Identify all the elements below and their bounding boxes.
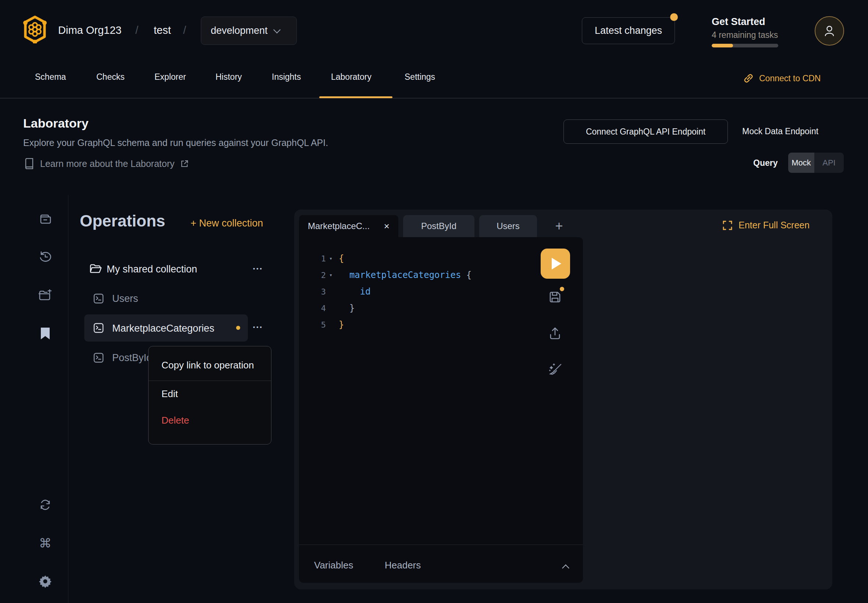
collection-box-icon[interactable]	[38, 212, 52, 226]
code-token: {	[339, 254, 344, 264]
chevron-up-icon	[562, 564, 569, 572]
mock-data-endpoint-link[interactable]: Mock Data Endpoint	[742, 127, 818, 136]
code-line: 5 }	[299, 317, 583, 333]
command-icon[interactable]: ⌘	[38, 536, 52, 550]
connect-endpoint-label: Connect GraphQL API Endpoint	[586, 127, 706, 137]
page-description: Explore your GraphQL schema and run quer…	[23, 138, 328, 148]
get-started-progress-fill	[712, 44, 733, 48]
folder-add-icon[interactable]	[38, 288, 52, 302]
toggle-option-api[interactable]: API	[814, 153, 844, 173]
fold-caret-icon[interactable]: ▾	[329, 250, 333, 267]
headers-tab[interactable]: Headers	[385, 560, 421, 571]
fold-caret-icon[interactable]: ▾	[329, 267, 333, 283]
enter-fullscreen-label: Enter Full Screen	[738, 220, 809, 230]
run-query-button[interactable]	[541, 249, 570, 279]
learn-more-link[interactable]: Learn more about the Laboratory	[24, 158, 189, 169]
operation-item-marketplacecategories[interactable]: MarketplaceCategories	[112, 323, 214, 334]
book-icon	[24, 158, 34, 169]
close-tab-icon[interactable]: ×	[384, 221, 390, 232]
editor-tab-marketplacecategories[interactable]: MarketplaceC... ×	[299, 215, 398, 237]
new-collection-button[interactable]: + New collection	[190, 218, 263, 229]
user-avatar[interactable]	[815, 16, 844, 46]
enter-fullscreen-button[interactable]: Enter Full Screen	[723, 220, 809, 230]
variables-tab[interactable]: Variables	[314, 560, 353, 571]
connect-to-cdn-label: Connect to CDN	[759, 74, 820, 83]
chevron-down-icon	[273, 26, 281, 34]
apollo-graphos-logo-icon[interactable]	[23, 15, 47, 43]
code-token-field: id	[360, 286, 371, 297]
breadcrumb-separator: /	[135, 24, 138, 36]
operation-icon	[93, 323, 104, 333]
editor-tab-users[interactable]: Users	[479, 215, 537, 237]
operation-item-postbyid[interactable]: PostById	[112, 352, 152, 363]
link-icon	[743, 73, 754, 84]
tab-schema[interactable]: Schema	[35, 72, 66, 82]
save-button[interactable]	[548, 290, 562, 305]
breadcrumb-graph[interactable]: test	[154, 24, 171, 36]
code-token: }	[350, 303, 354, 313]
code-line: 4 }	[299, 300, 583, 317]
editor-tab-postbyid[interactable]: PostById	[403, 215, 475, 237]
toggle-option-mock[interactable]: Mock	[788, 153, 814, 173]
menu-item-copy-link[interactable]: Copy link to operation	[161, 360, 254, 371]
settings-gear-icon[interactable]	[38, 574, 52, 588]
collapse-panel-button[interactable]	[563, 563, 568, 571]
operation-item-users[interactable]: Users	[112, 293, 138, 305]
format-clean-button[interactable]	[548, 362, 562, 376]
query-mode-toggle[interactable]: Mock API	[788, 153, 844, 173]
context-menu: Copy link to operation Edit Delete	[148, 346, 271, 445]
query-mode-label: Query	[753, 158, 778, 168]
menu-item-delete[interactable]: Delete	[161, 415, 189, 426]
user-icon	[823, 25, 836, 37]
external-link-icon	[181, 159, 189, 168]
tab-insights[interactable]: Insights	[272, 72, 301, 82]
variant-dropdown[interactable]: development	[201, 17, 297, 45]
variant-dropdown-value: development	[211, 25, 268, 36]
nav-divider	[0, 98, 868, 99]
line-number: 2	[299, 267, 326, 283]
line-number: 3	[299, 283, 326, 300]
fullscreen-icon	[723, 220, 733, 230]
latest-changes-button[interactable]: Latest changes	[582, 17, 675, 44]
tab-checks[interactable]: Checks	[96, 72, 125, 82]
line-number: 5	[299, 317, 326, 333]
share-upload-button[interactable]	[548, 326, 562, 340]
line-number: 1	[299, 250, 326, 267]
connect-to-cdn-link[interactable]: Connect to CDN	[743, 73, 820, 84]
bookmark-icon[interactable]	[38, 326, 52, 340]
connect-endpoint-button[interactable]: Connect GraphQL API Endpoint	[563, 119, 728, 144]
breadcrumb-separator-2: /	[183, 24, 186, 36]
tab-settings[interactable]: Settings	[405, 72, 435, 82]
query-editor[interactable]: 1 ▾ { 2 ▾ marketplaceCategories { 3 id 4…	[299, 237, 583, 583]
collection-menu-button[interactable]: •••	[253, 266, 263, 272]
active-tab-underline	[319, 96, 393, 98]
code-token: {	[461, 270, 472, 280]
operation-icon	[93, 294, 104, 304]
tab-history[interactable]: History	[215, 72, 242, 82]
new-tab-button[interactable]: +	[548, 215, 570, 237]
page-title: Laboratory	[23, 116, 89, 130]
folder-open-icon	[90, 263, 102, 274]
latest-changes-label: Latest changes	[595, 25, 662, 36]
tab-explorer[interactable]: Explorer	[155, 72, 186, 82]
editor-tab-label: Users	[497, 221, 520, 231]
editor-tab-label: PostById	[421, 221, 456, 231]
play-icon	[552, 258, 561, 269]
get-started-title: Get Started	[712, 16, 765, 28]
rail-divider	[68, 195, 68, 603]
collection-name[interactable]: My shared collection	[107, 264, 197, 275]
operations-title: Operations	[80, 212, 165, 230]
breadcrumb-org[interactable]: Dima Org123	[58, 24, 121, 36]
editor-footer-divider	[299, 544, 583, 545]
unsaved-changes-dot	[560, 287, 564, 291]
code-token-field: marketplaceCategories	[350, 270, 461, 280]
history-icon[interactable]	[38, 250, 52, 264]
editor-tab-label: MarketplaceC...	[308, 221, 370, 231]
learn-more-label: Learn more about the Laboratory	[40, 158, 175, 169]
menu-item-edit[interactable]: Edit	[161, 388, 178, 400]
sync-icon[interactable]	[38, 498, 52, 512]
get-started-progressbar	[712, 44, 778, 48]
operation-menu-button[interactable]: •••	[253, 324, 263, 330]
tab-laboratory[interactable]: Laboratory	[331, 72, 371, 82]
code-line: 3 id	[299, 283, 583, 300]
